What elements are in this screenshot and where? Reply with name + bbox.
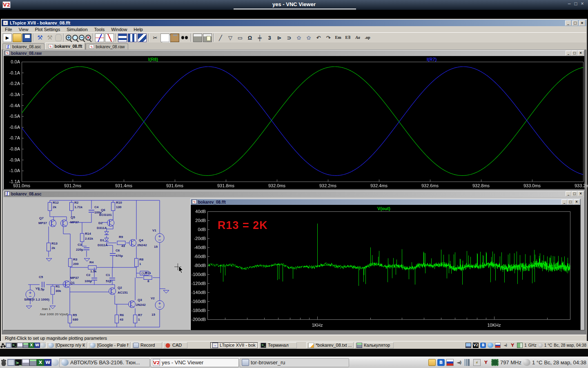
- moon-icon[interactable]: [523, 359, 530, 366]
- picture-icon[interactable]: [7, 359, 15, 366]
- taskbar-button[interactable]: CAD: [163, 342, 187, 348]
- draw-wire-icon[interactable]: ╱: [216, 34, 225, 42]
- asc-maximize-button[interactable]: □: [572, 191, 577, 196]
- raw-close-button[interactable]: ×: [578, 51, 584, 56]
- fft-maximize-button[interactable]: □: [568, 200, 573, 204]
- taskbar-button[interactable]: АВТОКЛУБ ВАЗ-2106. Тюн...: [59, 358, 150, 367]
- print-preview-icon[interactable]: [203, 34, 212, 42]
- vnc-icon[interactable]: V2: [153, 359, 160, 366]
- tile-horizontal-icon[interactable]: [118, 34, 127, 42]
- term-icon[interactable]: >_: [261, 343, 266, 348]
- inductor-icon[interactable]: 3: [265, 34, 274, 42]
- calculator-icon[interactable]: [23, 343, 29, 348]
- find-icon[interactable]: [180, 34, 189, 42]
- ltspice-minimize-button[interactable]: _: [565, 20, 571, 26]
- zoom-extents-icon[interactable]: [72, 35, 78, 40]
- ltspice-maximize-button[interactable]: □: [572, 20, 578, 26]
- power-icon[interactable]: ⚡: [473, 359, 481, 366]
- water-drop-icon[interactable]: [488, 343, 493, 348]
- calc-icon[interactable]: [356, 343, 362, 348]
- raw-maximize-button[interactable]: □: [572, 51, 577, 56]
- browser-icon[interactable]: [51, 359, 59, 366]
- taskbar-button[interactable]: Калькулятор: [354, 342, 394, 348]
- ltspice-close-button[interactable]: ×: [579, 20, 585, 26]
- save-icon[interactable]: [22, 34, 31, 42]
- paste-icon[interactable]: [170, 34, 179, 42]
- zoom-select-icon[interactable]: [105, 34, 114, 42]
- run-icon[interactable]: [3, 34, 12, 42]
- rotate-icon[interactable]: E∃: [343, 34, 352, 42]
- raw-plot-area[interactable]: [4, 56, 584, 189]
- bluetooth-icon[interactable]: B: [480, 343, 486, 348]
- ltspice-toolbar[interactable]: ⚒⚒+−×✂╱▽▭Ω╪3⊳⊃✿✿↶↷EmE∃Aa.op: [2, 32, 586, 43]
- tab-bokarev_08.asc[interactable]: ʃbokarev_08.asc: [2, 43, 45, 49]
- raw-window-buttons[interactable]: _□×: [566, 51, 584, 56]
- start-menu-icon[interactable]: [0, 343, 6, 348]
- zoom-out-icon[interactable]: −: [79, 35, 85, 40]
- taskbar-button[interactable]: [Google - Pale M...: [88, 342, 130, 348]
- ltspice-window-buttons[interactable]: _□×: [565, 20, 585, 26]
- schematic-titlebar[interactable]: ʃ bokarev_08.asc _□×: [4, 191, 584, 197]
- taskbar-button[interactable]: >_Терминал: [258, 342, 297, 348]
- vnc-icon[interactable]: V2: [473, 343, 479, 348]
- start-menu-foot-icon[interactable]: [0, 359, 7, 366]
- zoom-in-icon[interactable]: +: [66, 35, 71, 40]
- raw-plot-titlebar[interactable]: ∿ bokarev_08.raw _□×: [4, 50, 584, 56]
- fft-minimize-button[interactable]: _: [561, 200, 567, 204]
- pan-hand-icon[interactable]: [55, 34, 62, 41]
- cascade-icon[interactable]: [138, 34, 147, 42]
- undo-icon[interactable]: ↶: [314, 34, 323, 42]
- battery-icon[interactable]: [517, 343, 523, 348]
- taskbar-button[interactable]: *bokarev_08.txt ...: [306, 342, 354, 348]
- system-tray[interactable]: V2B◄)Y1GHz1 °CВс, 28 мар, 04:38: [466, 343, 588, 348]
- menu-view[interactable]: View: [16, 27, 32, 32]
- control-panel-icon[interactable]: ⚒: [36, 34, 45, 42]
- menu-plot-settings[interactable]: Plot Settings: [31, 27, 63, 32]
- excel-icon[interactable]: X: [29, 343, 34, 348]
- vnc-minimize-button[interactable]: –: [566, 1, 572, 7]
- resistor-icon[interactable]: Ω: [245, 34, 254, 42]
- volume-icon[interactable]: ◄): [502, 343, 508, 348]
- file-manager-icon[interactable]: [428, 359, 436, 366]
- vnc-maximize-button[interactable]: □: [572, 1, 579, 7]
- word-icon[interactable]: W: [34, 343, 40, 348]
- vnc-window-controls[interactable]: –□×: [566, 1, 586, 7]
- wine-icon[interactable]: Y: [510, 343, 515, 348]
- taskbar-button[interactable]: tor-browser_ru: [240, 358, 349, 367]
- globe-icon[interactable]: [90, 343, 96, 348]
- calculator-icon[interactable]: [29, 359, 37, 366]
- waveform-plot-canvas[interactable]: [4, 56, 584, 189]
- autorange-icon[interactable]: [95, 34, 104, 42]
- fft-close-button[interactable]: ×: [574, 200, 579, 204]
- print-icon[interactable]: [193, 34, 202, 42]
- note-icon[interactable]: [308, 343, 314, 348]
- ground-icon[interactable]: ▽: [226, 34, 235, 42]
- move-icon[interactable]: ✿: [294, 34, 303, 42]
- zoom-off-icon[interactable]: ×: [85, 35, 91, 40]
- ltspice-titlebar[interactable]: ⌁ LTspice XVII - bokarev_08.fft _□×: [2, 20, 586, 26]
- fft-window-buttons[interactable]: _□×: [561, 200, 579, 204]
- keyboard-layout-flag[interactable]: [495, 343, 501, 348]
- globe-icon[interactable]: [48, 343, 54, 348]
- component-icon[interactable]: ⊃: [285, 34, 294, 42]
- cad-icon[interactable]: [165, 343, 171, 348]
- moon-icon[interactable]: [538, 343, 543, 348]
- menu-tools[interactable]: Tools: [91, 27, 108, 32]
- network-signal-icon[interactable]: [464, 359, 472, 366]
- menu-window[interactable]: Window: [108, 27, 130, 32]
- copy-icon[interactable]: [160, 34, 169, 42]
- fft-plot-titlebar[interactable]: ∿ bokarev_08.fft _□×: [191, 199, 580, 205]
- system-tray[interactable]: B◄)⚡Y797 MHz1 °CВс, 28 мар, 04:38: [428, 359, 588, 366]
- taskbar-button[interactable]: [Оркестр п/у Ка...: [46, 342, 87, 348]
- capacitor-icon[interactable]: ╪: [255, 34, 264, 42]
- drag-icon[interactable]: ✿: [304, 34, 313, 42]
- raw-minimize-button[interactable]: _: [566, 51, 571, 56]
- spice-directive-icon[interactable]: .op: [363, 34, 372, 42]
- diode-icon[interactable]: ⊳: [275, 34, 284, 42]
- excel-icon[interactable]: X: [37, 359, 44, 366]
- text-tool-icon[interactable]: Aa: [353, 34, 362, 42]
- terminal-icon[interactable]: >_: [15, 359, 22, 366]
- remote-taskbar[interactable]: >_XW[Оркестр п/у Ка...[Google - Pale M..…: [0, 341, 588, 349]
- wine-icon[interactable]: Y: [482, 359, 490, 366]
- menu-help[interactable]: Help: [130, 27, 146, 32]
